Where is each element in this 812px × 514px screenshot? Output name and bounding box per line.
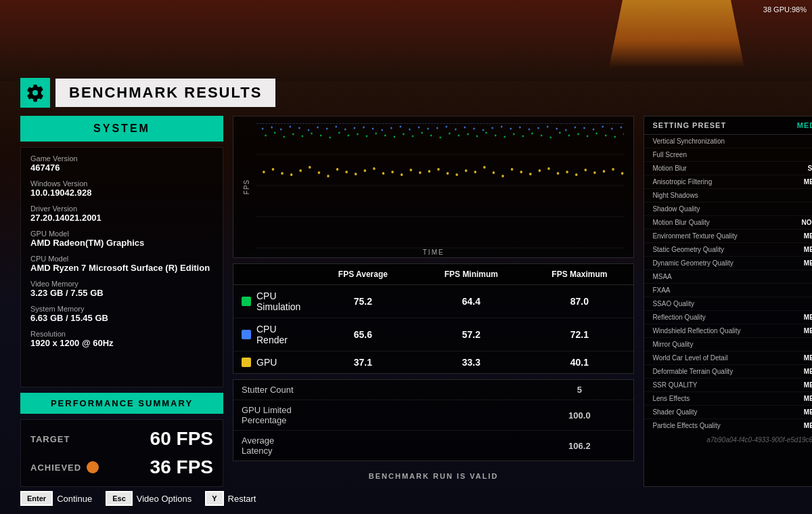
fps-avg-cell: 37.1 <box>309 351 417 373</box>
svg-point-82 <box>557 172 560 175</box>
fps-table-row: GPU 37.1 33.3 40.1 <box>233 351 633 373</box>
svg-point-81 <box>547 167 550 170</box>
svg-point-38 <box>519 127 521 129</box>
settings-row: Night Shadows OFF <box>644 189 812 202</box>
svg-point-69 <box>437 168 440 171</box>
col-avg-header: FPS Average <box>309 264 417 284</box>
svg-point-58 <box>336 168 339 171</box>
fps-row-name: CPU Render <box>256 324 300 345</box>
fps-min-cell: 33.3 <box>417 351 525 373</box>
gpu-indicator: 38 GPU:98% <box>763 5 807 14</box>
svg-point-94 <box>302 135 304 137</box>
key-group: Enter Continue <box>20 491 92 506</box>
svg-point-98 <box>338 132 340 134</box>
svg-point-103 <box>384 135 386 137</box>
svg-point-76 <box>501 175 504 177</box>
svg-point-123 <box>568 135 570 137</box>
achieved-row: ACHIEVED 36 FPS <box>30 456 213 478</box>
fps-name-cell: GPU <box>233 351 309 373</box>
svg-point-61 <box>363 169 366 172</box>
key-button[interactable]: Enter <box>20 491 53 506</box>
page-title: BENCHMARK RESULTS <box>55 79 275 107</box>
setting-label: Dynamic Geometry Quality <box>652 259 733 267</box>
svg-point-23 <box>381 129 383 131</box>
fps-color-dot <box>242 358 251 367</box>
setting-label: Reflection Quality <box>652 314 705 321</box>
stat-col1 <box>309 441 417 450</box>
svg-point-125 <box>587 135 589 137</box>
key-button[interactable]: Esc <box>106 491 133 506</box>
svg-point-24 <box>390 127 392 129</box>
svg-point-83 <box>566 171 568 173</box>
svg-point-26 <box>409 129 411 131</box>
svg-point-47 <box>602 126 604 128</box>
stat-label: GPU Limited Percentage <box>233 400 309 430</box>
setting-label: Anisotropic Filtering <box>652 178 712 186</box>
setting-label: Mirror Quality <box>652 341 693 348</box>
right-column: SETTING PRESET MEDIUM Vertical Synchroni… <box>644 116 812 487</box>
setting-value: MEDIUM <box>804 381 812 389</box>
setting-value: SHORT <box>807 165 812 172</box>
svg-point-36 <box>501 126 503 128</box>
svg-point-25 <box>399 126 401 128</box>
svg-point-45 <box>583 127 585 129</box>
svg-point-49 <box>620 127 622 129</box>
title-bar: BENCHMARK RESULTS <box>20 78 792 108</box>
setting-value: MEDIUM <box>804 395 812 402</box>
svg-point-80 <box>539 169 541 172</box>
setting-label: Windshield Reflection Quality <box>652 327 740 335</box>
settings-preset-value: MEDIUM <box>797 121 812 129</box>
svg-point-84 <box>575 173 578 176</box>
target-label: TARGET <box>30 434 70 444</box>
stat-col2 <box>417 385 525 395</box>
setting-label: Shader Quality <box>652 408 697 416</box>
chart-svg: 60 45 30 15 0 <box>256 123 624 249</box>
svg-point-91 <box>274 132 276 134</box>
svg-point-63 <box>382 172 385 175</box>
key-group: Esc Video Options <box>106 491 191 506</box>
stat-col3: 5 <box>525 380 633 400</box>
svg-point-27 <box>418 127 420 129</box>
svg-point-118 <box>522 135 524 137</box>
fps-table-header: FPS Average FPS Minimum FPS Maximum <box>233 264 633 285</box>
svg-point-64 <box>391 171 394 173</box>
settings-row: Mirror Quality HIGH <box>644 338 812 351</box>
info-label: System Memory <box>30 305 213 313</box>
system-info-item: Video Memory3.23 GB / 7.55 GB <box>30 280 213 298</box>
y-axis-label: FPS <box>243 179 250 194</box>
setting-value: MEDIUM <box>804 314 812 321</box>
info-value: AMD Ryzen 7 Microsoft Surface (R) Editio… <box>30 263 213 273</box>
settings-row: Motion Blur Quality NORMAL <box>644 216 812 230</box>
info-value: 3.23 GB / 7.55 GB <box>30 288 213 298</box>
fps-max-cell: 40.1 <box>525 351 633 373</box>
setting-value: MEDIUM <box>804 368 812 375</box>
info-value: 27.20.14021.2001 <box>30 213 213 223</box>
fps-color-dot <box>242 330 251 339</box>
col-max-header: FPS Maximum <box>525 264 633 284</box>
svg-point-65 <box>401 173 403 176</box>
svg-point-52 <box>281 172 284 175</box>
svg-point-33 <box>473 128 475 130</box>
left-column: SYSTEM Game Version467476Windows Version… <box>20 116 223 487</box>
svg-point-93 <box>292 133 294 135</box>
info-value: 1920 x 1200 @ 60Hz <box>30 338 213 348</box>
svg-point-73 <box>474 171 476 173</box>
settings-row: Shader Quality MEDIUM <box>644 406 812 419</box>
system-header: SYSTEM <box>20 116 223 142</box>
fps-rows: CPU Simulation 75.2 64.4 87.0 CPU Render… <box>233 285 633 373</box>
svg-point-66 <box>409 169 412 171</box>
info-label: Resolution <box>30 330 213 338</box>
svg-point-56 <box>318 171 321 174</box>
settings-header: SETTING PRESET MEDIUM <box>644 116 812 135</box>
key-button[interactable]: Y <box>205 491 223 506</box>
svg-point-120 <box>541 135 543 137</box>
setting-label: MSAA <box>652 273 671 280</box>
svg-point-113 <box>476 135 478 137</box>
fps-min-cell: 64.4 <box>417 291 525 312</box>
key-action-label: Restart <box>228 494 256 504</box>
info-label: Windows Version <box>30 179 213 188</box>
setting-label: Static Geometry Quality <box>652 246 724 253</box>
stat-col3: 106.2 <box>525 436 633 456</box>
benchmark-valid-text: BENCHMARK RUN IS VALID <box>233 467 634 486</box>
fps-row-name: CPU Simulation <box>256 291 300 312</box>
